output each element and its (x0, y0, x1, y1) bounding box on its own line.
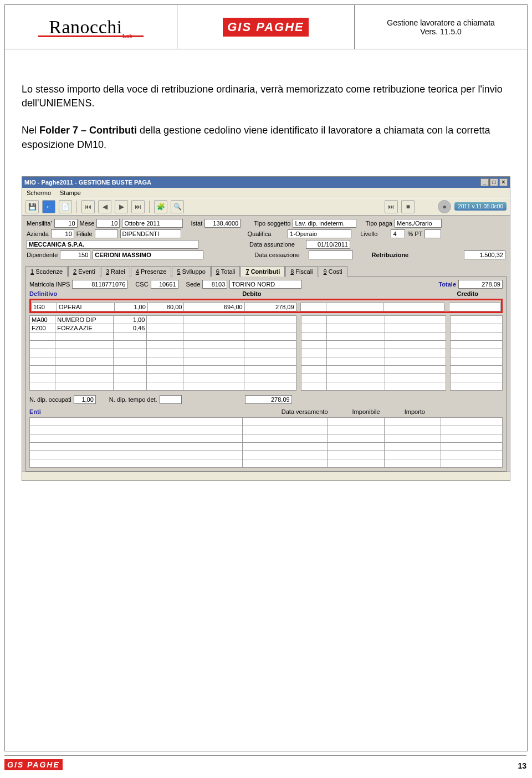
livello-field: 4 (391, 229, 405, 238)
tiposogg-field: Lav. dip. indeterm. (293, 219, 356, 228)
tabs: 1 Scadenze 2 Eventi 3 Ratei 4 Presenze 5… (22, 265, 510, 276)
paragraph-2: Nel Folder 7 – Contributi della gestione… (22, 124, 510, 151)
azienda-field[interactable]: 10 (51, 229, 74, 238)
tab-eventi[interactable]: 2 Eventi (68, 266, 100, 277)
enti-table (29, 417, 503, 468)
highlighted-row: 1G0 OPERAI 1,00 80,00 694,00 278,09 (29, 299, 503, 313)
tab-totali[interactable]: 6 Totali (211, 266, 241, 277)
ndip-field: 1,00 (74, 395, 96, 404)
mensilita-field[interactable]: 10 (54, 219, 78, 228)
ragsoc-field: MECCANICA S.P.A. (27, 240, 198, 249)
last-icon[interactable]: ⏭ (131, 200, 145, 213)
brand-logo: RanocchiLab (38, 17, 144, 39)
retrib-field: 1.500,32 (464, 250, 505, 259)
doc-info: Gestione lavoratore a chiamata Vers. 11.… (355, 5, 527, 49)
contrib-table: MA00 NUMERO DIP 1,00 FZ00 FORZA AZIE 0,4… (29, 315, 503, 391)
brand-cell: RanocchiLab (5, 5, 177, 49)
sede-txt-field: TORINO NORD (229, 280, 301, 289)
ntempo-field (160, 395, 182, 404)
tab-contributi[interactable]: 7 Contributi (241, 266, 285, 277)
window-controls: _ □ × (480, 178, 508, 186)
first-icon[interactable]: ⏮ (81, 200, 95, 213)
datacess-field (309, 250, 353, 259)
page-number: 13 (518, 761, 526, 770)
filiale-field[interactable] (95, 229, 118, 238)
product-cell: GIS PAGHE (177, 5, 355, 49)
app-screenshot: MIO - Paghe2011 - GESTIONE BUSTE PAGA _ … (22, 176, 510, 481)
close-button[interactable]: × (499, 178, 508, 186)
tab-sviluppo[interactable]: 5 Sviluppo (172, 266, 210, 277)
toolbar: 💾 ← 📄 ⏮ ◀ ▶ ⏭ 🧩 🔍 ⏭ ■ ● 2011 v.11.05.0c0… (22, 198, 510, 216)
sede-code-field: 8103 (202, 280, 227, 289)
next-icon[interactable]: ▶ (115, 200, 128, 213)
doc-title: Gestione lavoratore a chiamata (387, 18, 495, 27)
totale-field: 278,09 (458, 280, 503, 289)
sum-debito: 278,09 (245, 395, 292, 404)
titlebar: MIO - Paghe2011 - GESTIONE BUSTE PAGA _ … (22, 177, 510, 188)
stop-icon[interactable]: ■ (401, 200, 415, 213)
definitivo-label: Definitivo (29, 290, 57, 297)
csc-field: 10661 (151, 280, 178, 289)
search-icon[interactable]: 🔍 (171, 200, 184, 213)
notes-icon[interactable]: 📄 (59, 200, 72, 213)
pt-field (424, 229, 441, 238)
version-badge: 2011 v.11.05.0c00 (454, 202, 507, 211)
menubar: Schermo Stampe (22, 188, 510, 198)
dip-num-field[interactable]: 150 (60, 250, 90, 259)
puzzle-icon[interactable]: 🧩 (154, 200, 167, 213)
tab-costi[interactable]: 9 Costi (319, 266, 347, 277)
dip-name-field: CERIONI MASSIMO (93, 250, 203, 259)
tab-presenze[interactable]: 4 Presenze (131, 266, 172, 277)
tab-fiscali[interactable]: 8 Fiscali (285, 266, 318, 277)
doc-version: Vers. 11.5.0 (420, 27, 462, 36)
paragraph-1: Lo stesso importo della voce di retribuz… (22, 83, 510, 110)
prev-icon[interactable]: ◀ (98, 200, 111, 213)
footer-logo: GIS PAGHE (4, 759, 63, 770)
body-text: Lo stesso importo della voce di retribuz… (5, 49, 527, 176)
tab-scadenze[interactable]: 1 Scadenze (25, 266, 68, 277)
tab-ratei[interactable]: 3 Ratei (101, 266, 130, 277)
back-icon[interactable]: ← (42, 200, 55, 213)
info-grid: Mensilita' 10 Mese 10 Ottobre 2011 Istat… (22, 216, 510, 263)
maximize-button[interactable]: □ (490, 178, 498, 186)
skip-icon[interactable]: ⏭ (385, 200, 398, 213)
save-icon[interactable]: 💾 (25, 200, 39, 213)
istat-field: 138,4000 (204, 219, 241, 228)
product-logo: GIS PAGHE (223, 18, 309, 37)
filiale-txt-field: DIPENDENTI (120, 229, 181, 238)
matricola-field: 8118771076 (72, 280, 127, 289)
minimize-button[interactable]: _ (480, 178, 489, 186)
qualifica-field: 1-Operaio (288, 229, 351, 238)
enti-label: Enti (29, 408, 41, 415)
menu-schermo[interactable]: Schermo (27, 190, 51, 196)
tab-body: Matricola INPS 8118771076 CSC 10661 Sede… (25, 276, 507, 472)
tipopaga-field: Mens./Orario (395, 219, 442, 228)
mese-txt-field: Ottobre 2011 (122, 219, 183, 228)
menu-stampe[interactable]: Stampe (60, 190, 81, 196)
window-title: MIO - Paghe2011 - GESTIONE BUSTE PAGA (24, 179, 151, 186)
record-icon[interactable]: ● (438, 200, 451, 213)
mese-num-field[interactable]: 10 (96, 219, 120, 228)
dataass-field: 01/10/2011 (306, 240, 350, 249)
